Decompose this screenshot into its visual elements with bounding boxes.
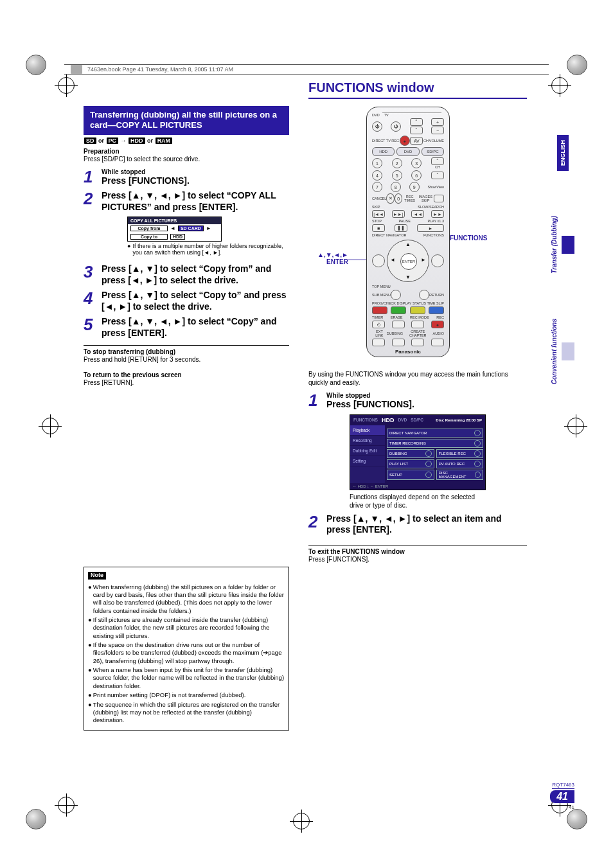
remote-body: DVD TV ⏻ ⏻ ˄˅ +− DIRECT TV REC●AVCHVOLUM… xyxy=(366,107,450,357)
ch-down-button[interactable]: ˅ xyxy=(410,127,423,134)
screen-note: ●If there is a multiple number of higher… xyxy=(127,243,289,256)
tag-hdd: HDD xyxy=(129,137,145,144)
content-columns: Transferring (dubbing) all the still pic… xyxy=(84,80,533,731)
av-button[interactable]: AV xyxy=(410,137,423,145)
exit-heading: To exit the FUNCTIONS window xyxy=(308,548,527,555)
vol-down-button[interactable]: − xyxy=(431,127,444,134)
ch-up-button[interactable]: ˄ xyxy=(410,118,423,126)
nav-ring[interactable]: ▲ ◄ ► ▼ ENTER xyxy=(387,240,429,282)
ch-up-button[interactable]: ˄ xyxy=(431,157,444,165)
register-target-icon xyxy=(293,813,310,829)
register-target-icon xyxy=(42,418,58,434)
note-item: ●Print number setting (DPOF) is not tran… xyxy=(88,691,285,699)
print-metadata-bar: 7463en.book Page 41 Tuesday, March 8, 20… xyxy=(64,64,549,75)
right-steps: 1 While stopped Press [FUNCTIONS]. FUNCT… xyxy=(308,392,527,536)
step-1: 1 While stopped Press [FUNCTIONS]. xyxy=(84,168,289,187)
return-button[interactable] xyxy=(419,290,429,300)
step-5: 5 Press [▲, ▼, ◄, ►] to select “Copy” an… xyxy=(84,316,289,339)
functions-screen-note: Functions displayed depend on the select… xyxy=(350,493,484,509)
pause-button[interactable]: ❚❚ xyxy=(395,224,407,232)
num-3-button[interactable]: 3 xyxy=(411,158,422,168)
num-9-button[interactable]: 9 xyxy=(409,182,420,192)
num-1-button[interactable]: 1 xyxy=(372,158,382,168)
direct-navigator-button[interactable] xyxy=(372,254,385,267)
num-4-button[interactable]: 4 xyxy=(372,170,382,181)
step-2: 2 Press [▲, ▼, ◄, ►] to select “COPY ALL… xyxy=(84,190,289,260)
tab-transfer-dubbing: Transfer (Dubbing) xyxy=(551,216,558,274)
num-7-button[interactable]: 7 xyxy=(372,182,382,192)
page-marker: RQT7463 41 41 xyxy=(510,777,574,810)
register-target-icon xyxy=(58,77,75,94)
vol-up-button[interactable]: + xyxy=(431,118,444,126)
sdpc-button[interactable]: SD/PC xyxy=(422,147,444,156)
note-item: ●When transferring (dubbing) the still p… xyxy=(88,583,285,615)
left-steps: 1 While stopped Press [FUNCTIONS]. 2 Pre… xyxy=(84,168,289,339)
note-label: Note xyxy=(88,572,106,580)
tab-marker xyxy=(562,236,574,254)
stop-heading: To stop transferring (dubbing) xyxy=(84,348,289,355)
ch-down-button[interactable]: ˅ xyxy=(431,172,444,179)
functions-intro: By using the FUNCTIONS window you may ac… xyxy=(308,370,527,387)
num-5-button[interactable]: 5 xyxy=(392,170,402,181)
num-0-button[interactable]: 0 xyxy=(395,193,403,204)
callout-enter: ▲,▼,◄,► ENTER xyxy=(317,251,348,265)
showview-button[interactable] xyxy=(434,195,444,202)
skip-next-button[interactable]: ►►| xyxy=(392,210,405,218)
note-list: ●When transferring (dubbing) the still p… xyxy=(88,583,285,725)
tag-sd: SD xyxy=(84,137,96,144)
page: 7463en.book Page 41 Tuesday, March 8, 20… xyxy=(0,0,613,868)
binder-ring xyxy=(26,55,46,75)
display-button[interactable] xyxy=(391,306,406,314)
return-heading: To return to the previous screen xyxy=(84,371,289,378)
direct-rec-button[interactable]: ● xyxy=(400,136,410,146)
book-icon xyxy=(71,65,82,74)
binder-ring xyxy=(567,809,587,829)
register-target-icon xyxy=(567,418,584,434)
status-button[interactable] xyxy=(410,306,425,314)
remote-illustration: FUNCTIONS ▲,▼,◄,► ENTER DVD TV ⏻ ⏻ ˄˅ +− xyxy=(308,107,514,364)
tab-english: ENGLISH xyxy=(557,135,569,171)
recmode-button[interactable] xyxy=(411,321,424,328)
skip-prev-button[interactable]: |◄◄ xyxy=(372,210,385,218)
functions-window-title: FUNCTIONS window xyxy=(308,80,527,99)
stop-button[interactable]: ■ xyxy=(372,224,385,232)
create-chapter-button[interactable] xyxy=(411,339,424,346)
dvd-button[interactable]: DVD xyxy=(396,147,419,156)
dubbing-button[interactable] xyxy=(392,339,405,346)
audio-button[interactable] xyxy=(431,339,444,346)
side-tabs: ENGLISH Transfer (Dubbing) Convenient fu… xyxy=(551,135,574,384)
erase-button[interactable] xyxy=(392,321,405,328)
right-arrow-icon: ► xyxy=(206,226,211,231)
timer-button[interactable]: ⏲ xyxy=(372,321,385,328)
submenu-button[interactable] xyxy=(391,290,401,300)
enter-button[interactable]: ENTER xyxy=(400,253,417,270)
extlink-button[interactable] xyxy=(372,339,385,346)
timeslip-button[interactable] xyxy=(429,306,444,314)
num-2-button[interactable]: 2 xyxy=(392,158,402,168)
functions-button[interactable] xyxy=(431,254,444,267)
tag-pc: PC xyxy=(107,137,119,144)
note-box: Note ●When transferring (dubbing) the st… xyxy=(84,567,289,731)
search-rev-button[interactable]: ◄◄ xyxy=(411,210,424,218)
rec-button[interactable]: ● xyxy=(431,321,444,328)
tag-ram: RAM xyxy=(155,137,173,144)
tab-convenient-functions: Convenient functions xyxy=(551,319,558,384)
cancel-button[interactable]: ✕ xyxy=(386,193,395,204)
copy-all-pictures-screen: COPY ALL PICTURES Copy from ◄ SD CARD ► … xyxy=(127,217,222,242)
note-item: ●When a name has been input by this unit… xyxy=(88,666,285,690)
register-target-icon xyxy=(551,77,568,94)
num-6-button[interactable]: 6 xyxy=(411,170,422,181)
note-item: ●If still pictures are already contained… xyxy=(88,616,285,640)
num-8-button[interactable]: 8 xyxy=(391,182,401,192)
hdd-button[interactable]: HDD xyxy=(372,147,395,156)
left-arrow-icon: ◄ xyxy=(170,226,175,231)
step-1: 1 While stopped Press [FUNCTIONS]. FUNCT… xyxy=(308,392,527,509)
callout-functions: FUNCTIONS xyxy=(450,235,487,242)
power-tv-button[interactable]: ⏻ xyxy=(391,121,401,132)
search-fwd-button[interactable]: ►► xyxy=(431,210,444,218)
binder-ring xyxy=(26,809,46,829)
power-dvd-button[interactable]: ⏻ xyxy=(372,121,382,132)
binder-ring xyxy=(567,55,587,75)
progcheck-button[interactable] xyxy=(372,306,387,314)
play-button[interactable]: ► xyxy=(417,224,444,232)
